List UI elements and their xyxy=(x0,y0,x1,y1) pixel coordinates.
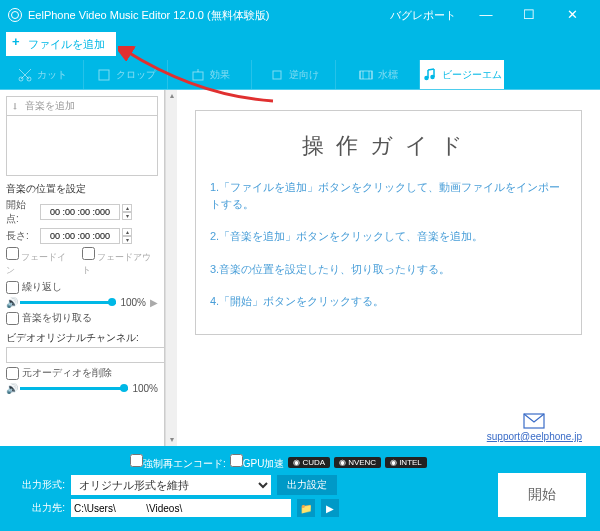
open-folder-button[interactable]: ▶ xyxy=(321,499,339,517)
music-volume-value: 100% xyxy=(120,297,146,308)
left-panel: 音楽を追加 音楽の位置を設定 開始点: ▴▾ 長さ: ▴▾ フェードイン フェー… xyxy=(0,90,165,446)
left-scrollbar[interactable]: ▴ ▾ xyxy=(165,90,177,446)
tab-bgm[interactable]: ビージーエム xyxy=(420,60,504,89)
format-select[interactable]: オリジナル形式を維持 xyxy=(71,475,271,495)
support-link[interactable]: support@eelphone.jp xyxy=(487,431,582,442)
repeat-check[interactable]: 繰り返し xyxy=(6,280,158,294)
svg-rect-2 xyxy=(99,70,109,80)
plus-icon xyxy=(12,38,24,50)
scroll-up-icon[interactable]: ▴ xyxy=(166,90,177,102)
intel-badge: ◉ INTEL xyxy=(385,457,427,468)
start-spin-down[interactable]: ▾ xyxy=(122,212,132,220)
start-label: 開始点: xyxy=(6,198,38,226)
mail-icon xyxy=(523,413,545,429)
scroll-down-icon[interactable]: ▾ xyxy=(166,434,177,446)
len-spin-up[interactable]: ▴ xyxy=(122,228,132,236)
gpu-accel-check[interactable]: GPU加速 xyxy=(230,454,285,471)
output-path-input[interactable] xyxy=(71,499,291,517)
tab-reverse[interactable]: 逆向け xyxy=(252,60,336,89)
svg-rect-4 xyxy=(273,71,281,79)
add-file-button[interactable]: ファイルを追加 xyxy=(6,32,116,56)
start-spin-up[interactable]: ▴ xyxy=(122,204,132,212)
app-logo-icon xyxy=(8,8,22,22)
tab-effect[interactable]: 効果 xyxy=(168,60,252,89)
app-title: EelPhone Video Music Editor 12.0.0 (無料体験… xyxy=(28,8,390,23)
tab-bar: カット クロップ 効果 逆向け 水標 ビージーエム xyxy=(0,60,600,90)
music-volume-slider[interactable] xyxy=(20,301,116,304)
output-path-label: 出力先: xyxy=(10,501,65,515)
music-list[interactable] xyxy=(6,116,158,176)
tab-watermark[interactable]: 水標 xyxy=(336,60,420,89)
len-spin-down[interactable]: ▾ xyxy=(122,236,132,244)
nvenc-badge: ◉ NVENC xyxy=(334,457,381,468)
guide-step-1: 1.「ファイルを追加」ボタンをクリックして、動画ファイルをインポートする。 xyxy=(210,179,567,212)
minimize-button[interactable]: — xyxy=(466,0,506,30)
add-file-label: ファイルを追加 xyxy=(28,37,105,52)
guide-step-2: 2.「音楽を追加」ボタンをクリックして、音楽を追加。 xyxy=(210,228,567,245)
format-label: 出力形式: xyxy=(10,478,65,492)
add-music-button[interactable]: 音楽を追加 xyxy=(6,96,158,116)
close-button[interactable]: ✕ xyxy=(552,0,592,30)
maximize-button[interactable]: ☐ xyxy=(509,0,549,30)
remove-original-check[interactable]: 元オーディオを削除 xyxy=(6,366,158,380)
cuda-badge: ◉ CUDA xyxy=(288,457,330,468)
fadeout-check[interactable]: フェードアウト xyxy=(82,247,158,277)
svg-point-7 xyxy=(431,75,434,78)
svg-point-6 xyxy=(425,76,428,79)
trim-check[interactable]: 音楽を切り取る xyxy=(6,311,158,325)
guide-panel: 操作ガイド 1.「ファイルを追加」ボタンをクリックして、動画ファイルをインポート… xyxy=(177,90,600,446)
position-label: 音楽の位置を設定 xyxy=(6,182,158,196)
svg-rect-5 xyxy=(360,71,372,79)
speaker-icon-2: 🔊 xyxy=(6,383,16,394)
play-icon-1[interactable]: ▶ xyxy=(150,297,158,308)
length-input[interactable] xyxy=(40,228,120,244)
speaker-icon-1: 🔊 xyxy=(6,297,16,308)
start-button[interactable]: 開始 xyxy=(498,473,586,517)
force-encode-check[interactable]: 強制再エンコード: xyxy=(130,454,226,471)
start-time-input[interactable] xyxy=(40,204,120,220)
channel-select[interactable] xyxy=(6,347,165,363)
bug-report-link[interactable]: バグレポート xyxy=(390,8,456,23)
guide-step-3: 3.音楽の位置を設定したり、切り取ったりする。 xyxy=(210,261,567,278)
tab-crop[interactable]: クロップ xyxy=(84,60,168,89)
footer: 強制再エンコード: GPU加速 ◉ CUDA ◉ NVENC ◉ INTEL 出… xyxy=(0,446,600,525)
svg-rect-3 xyxy=(193,72,203,80)
guide-title: 操作ガイド xyxy=(210,131,567,161)
guide-step-4: 4.「開始」ボタンをクリックする。 xyxy=(210,293,567,310)
browse-folder-button[interactable]: 📁 xyxy=(297,499,315,517)
orig-volume-value: 100% xyxy=(132,383,158,394)
output-setting-button[interactable]: 出力設定 xyxy=(277,475,337,495)
fadein-check[interactable]: フェードイン xyxy=(6,247,74,277)
length-label: 長さ: xyxy=(6,229,38,243)
channel-label: ビデオオリジナルチャンネル: xyxy=(6,331,158,345)
tab-cut[interactable]: カット xyxy=(0,60,84,89)
orig-volume-slider[interactable] xyxy=(20,387,128,390)
